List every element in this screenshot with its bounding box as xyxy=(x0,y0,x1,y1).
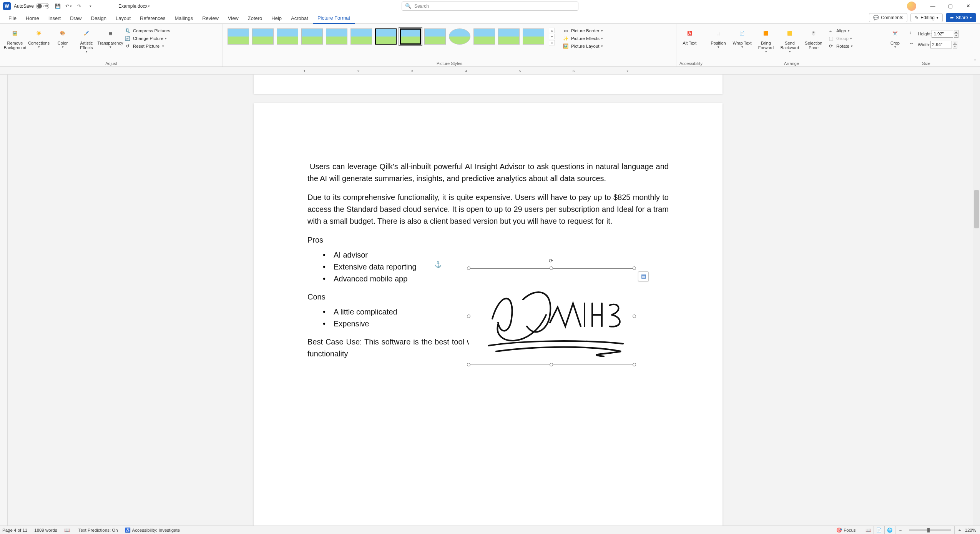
horizontal-ruler[interactable]: 1 2 3 4 5 6 7 xyxy=(0,67,980,75)
picture-effects-button[interactable]: ✨Picture Effects▾ xyxy=(563,35,603,42)
autosave-toggle[interactable]: Off xyxy=(36,3,49,9)
picture-frame[interactable] xyxy=(469,268,634,364)
redo-button[interactable]: ↷ xyxy=(75,2,84,11)
resize-handle[interactable] xyxy=(467,266,470,270)
bring-forward-button[interactable]: 🟧Bring Forward▾ xyxy=(754,25,778,54)
tab-draw[interactable]: Draw xyxy=(65,13,86,23)
artistic-effects-button[interactable]: 🖌️ Artistic Effects ▾ xyxy=(75,25,98,54)
style-thumb[interactable] xyxy=(375,28,397,45)
qat-customize-button[interactable]: ▾ xyxy=(85,2,95,11)
resize-handle[interactable] xyxy=(467,363,470,366)
color-button[interactable]: 🎨 Color ▾ xyxy=(51,25,75,49)
picture-layout-button[interactable]: 🖼️Picture Layout▾ xyxy=(563,43,603,49)
selected-picture[interactable]: ⚓ ⟳ ▤ xyxy=(469,257,634,364)
width-up-button[interactable]: ▴ xyxy=(953,41,957,45)
style-thumb[interactable] xyxy=(228,28,249,45)
style-thumb[interactable] xyxy=(449,28,470,45)
style-thumb[interactable] xyxy=(424,28,446,45)
tab-file[interactable]: File xyxy=(4,13,21,23)
status-predictions[interactable]: Text Predictions: On xyxy=(78,528,118,532)
read-mode-button[interactable]: 📖 xyxy=(863,526,874,534)
zoom-in-button[interactable]: + xyxy=(954,526,965,534)
style-thumb[interactable] xyxy=(498,28,520,45)
web-layout-button[interactable]: 🌐 xyxy=(884,526,895,534)
user-avatar[interactable] xyxy=(907,2,916,11)
style-thumb[interactable] xyxy=(523,28,544,45)
crop-button[interactable]: ✂️Crop▾ xyxy=(883,25,907,49)
zoom-level[interactable]: 120% xyxy=(965,528,976,532)
close-button[interactable]: ✕ xyxy=(959,0,977,12)
corrections-button[interactable]: ☀️ Corrections ▾ xyxy=(27,25,51,49)
style-thumb[interactable] xyxy=(473,28,495,45)
document-area[interactable]: Users can leverage Qilk's all-inbuilt po… xyxy=(0,75,973,526)
zoom-out-button[interactable]: − xyxy=(895,526,906,534)
style-thumb[interactable] xyxy=(326,28,347,45)
selection-pane-button[interactable]: 🖱️Selection Pane xyxy=(802,25,826,50)
tab-layout[interactable]: Layout xyxy=(111,13,135,23)
resize-handle[interactable] xyxy=(633,314,636,318)
height-up-button[interactable]: ▴ xyxy=(954,30,958,34)
tab-zotero[interactable]: Zotero xyxy=(243,13,267,23)
save-button[interactable]: 💾 xyxy=(53,2,62,11)
align-button[interactable]: ⫠Align▾ xyxy=(828,28,853,34)
vertical-ruler[interactable] xyxy=(0,75,8,526)
reset-picture-button[interactable]: ↺Reset Picture xyxy=(125,43,159,49)
status-words[interactable]: 1809 words xyxy=(34,528,57,532)
zoom-slider[interactable] xyxy=(909,529,951,531)
tab-insert[interactable]: Insert xyxy=(44,13,66,23)
gallery-up-button[interactable]: ▴ xyxy=(549,28,555,33)
resize-handle[interactable] xyxy=(550,363,553,366)
zoom-slider-knob[interactable] xyxy=(927,528,930,532)
document-page[interactable]: Users can leverage Qilk's all-inbuilt po… xyxy=(254,103,723,526)
tab-design[interactable]: Design xyxy=(86,13,111,23)
resize-handle[interactable] xyxy=(467,314,470,318)
wrap-text-button[interactable]: 📄Wrap Text▾ xyxy=(730,25,754,49)
height-down-button[interactable]: ▾ xyxy=(954,34,958,38)
change-picture-button[interactable]: 🔄Change Picture▾ xyxy=(125,35,170,42)
tab-references[interactable]: References xyxy=(135,13,170,23)
picture-border-button[interactable]: ▭Picture Border▾ xyxy=(563,28,603,34)
tab-home[interactable]: Home xyxy=(21,13,44,23)
alt-text-button[interactable]: 🅰️ Alt Text xyxy=(679,25,700,45)
minimize-button[interactable]: — xyxy=(924,0,942,12)
layout-options-button[interactable]: ▤ xyxy=(638,271,649,281)
print-layout-button[interactable]: 📄 xyxy=(874,526,884,534)
search-input[interactable]: 🔍 Search xyxy=(402,2,578,11)
document-name[interactable]: Example.docx▾ xyxy=(118,3,150,9)
style-thumb[interactable] xyxy=(252,28,274,45)
send-backward-button[interactable]: 🟨Send Backward▾ xyxy=(778,25,802,54)
resize-handle[interactable] xyxy=(550,266,553,270)
rotate-handle[interactable]: ⟳ xyxy=(549,257,555,263)
style-thumb[interactable] xyxy=(350,28,372,45)
transparency-button[interactable]: ▦ Transparency ▾ xyxy=(98,25,122,49)
status-spellcheck[interactable]: 📖 xyxy=(64,527,71,533)
width-down-button[interactable]: ▾ xyxy=(953,45,957,48)
heading-pros[interactable]: Pros xyxy=(307,234,669,246)
reset-picture-dropdown[interactable]: ▾ xyxy=(159,44,165,48)
share-button[interactable]: ➦Share▾ xyxy=(946,13,976,22)
resize-handle[interactable] xyxy=(633,266,636,270)
status-page[interactable]: Page 4 of 11 xyxy=(2,528,27,532)
paragraph[interactable]: Users can leverage Qilk's all-inbuilt po… xyxy=(307,161,669,185)
comments-button[interactable]: 💬Comments xyxy=(869,13,907,22)
vertical-scrollbar[interactable] xyxy=(973,75,980,526)
tab-help[interactable]: Help xyxy=(267,13,286,23)
scrollbar-thumb[interactable] xyxy=(974,190,979,228)
restore-button[interactable]: ▢ xyxy=(942,0,959,12)
tab-view[interactable]: View xyxy=(223,13,243,23)
gallery-more-button[interactable]: ≡ xyxy=(549,40,555,45)
resize-handle[interactable] xyxy=(633,363,636,366)
focus-mode-button[interactable]: 🎯Focus xyxy=(836,527,855,533)
paragraph[interactable]: Due to its comprehensive functionality, … xyxy=(307,191,669,227)
tab-acrobat[interactable]: Acrobat xyxy=(286,13,313,23)
style-thumb[interactable] xyxy=(301,28,323,45)
tab-picture-format[interactable]: Picture Format xyxy=(313,13,355,24)
editing-mode-button[interactable]: ✎Editing▾ xyxy=(910,13,943,22)
style-thumb[interactable] xyxy=(277,28,298,45)
height-input[interactable] xyxy=(932,30,953,38)
compress-pictures-button[interactable]: 🗜️Compress Pictures xyxy=(125,28,170,34)
group-button[interactable]: ⬚Group▾ xyxy=(828,35,853,42)
anchor-icon[interactable]: ⚓ xyxy=(434,260,442,269)
style-thumb-selected[interactable] xyxy=(400,28,421,45)
collapse-ribbon-button[interactable]: ˄ xyxy=(974,59,976,64)
